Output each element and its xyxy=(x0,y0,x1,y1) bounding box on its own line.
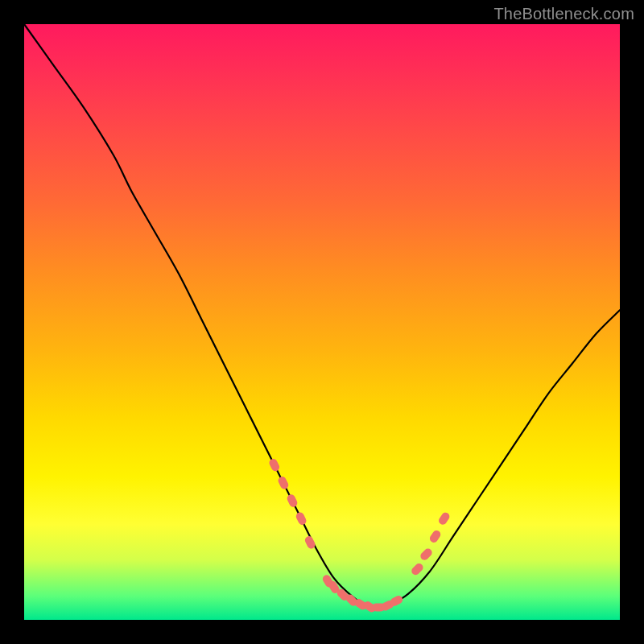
chart-frame: TheBottleneck.com xyxy=(0,0,644,644)
data-marker xyxy=(286,493,299,509)
data-marker xyxy=(437,511,451,526)
chart-svg xyxy=(24,24,620,620)
data-marker xyxy=(295,511,308,526)
data-marker xyxy=(419,547,433,561)
data-marker xyxy=(428,529,442,544)
data-marker xyxy=(410,562,424,576)
plot-area xyxy=(24,24,620,620)
data-markers xyxy=(268,457,452,613)
data-marker xyxy=(303,535,316,550)
bottleneck-curve xyxy=(24,24,620,609)
watermark-label: TheBottleneck.com xyxy=(493,5,634,23)
data-marker xyxy=(268,457,281,473)
data-marker xyxy=(277,475,290,490)
